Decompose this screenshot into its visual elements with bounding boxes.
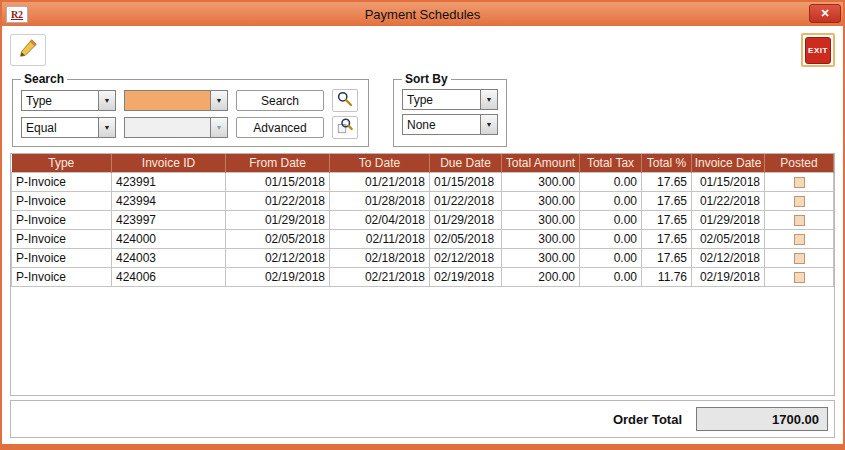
column-header-due-date[interactable]: Due Date	[430, 154, 502, 172]
cell-total-tax: 0.00	[580, 267, 642, 286]
toolbar: EXIT	[2, 26, 843, 72]
cell-posted	[765, 248, 834, 267]
posted-checkbox[interactable]	[794, 177, 805, 188]
cell-posted	[765, 229, 834, 248]
cell-invoice-id: 423994	[112, 191, 226, 210]
column-header-posted[interactable]: Posted	[765, 154, 834, 172]
cell-invoice-date: 02/19/2018	[692, 267, 765, 286]
advanced-find-button[interactable]	[332, 116, 358, 139]
cell-total: 17.65	[642, 172, 692, 191]
column-header-invoice-id[interactable]: Invoice ID	[112, 154, 226, 172]
cell-posted	[765, 191, 834, 210]
pencil-icon	[17, 37, 39, 63]
chevron-down-icon[interactable]: ▼	[480, 115, 497, 134]
cell-total-tax: 0.00	[580, 210, 642, 229]
column-header-type[interactable]: Type	[12, 154, 112, 172]
cell-total-amount: 300.00	[502, 210, 580, 229]
search-field-combo[interactable]: Type ▼	[21, 90, 116, 111]
cell-total-amount: 200.00	[502, 267, 580, 286]
column-header-total-amount[interactable]: Total Amount	[502, 154, 580, 172]
cell-invoice-date: 02/12/2018	[692, 248, 765, 267]
posted-checkbox[interactable]	[794, 234, 805, 245]
cell-due-date: 01/15/2018	[430, 172, 502, 191]
posted-checkbox[interactable]	[794, 196, 805, 207]
cell-from-date: 01/15/2018	[226, 172, 330, 191]
cell-invoice-id: 424000	[112, 229, 226, 248]
chevron-down-icon[interactable]: ▼	[210, 91, 227, 110]
cell-total: 17.65	[642, 210, 692, 229]
magnifier-icon	[336, 90, 354, 112]
cell-total-tax: 0.00	[580, 248, 642, 267]
chevron-down-icon[interactable]: ▼	[98, 91, 115, 110]
cell-total-amount: 300.00	[502, 191, 580, 210]
filter-bar: Search Type ▼ ▼ Search	[2, 72, 843, 147]
cell-due-date: 02/05/2018	[430, 229, 502, 248]
posted-checkbox[interactable]	[794, 272, 805, 283]
cell-total-amount: 300.00	[502, 248, 580, 267]
cell-from-date: 01/22/2018	[226, 191, 330, 210]
search-group-label: Search	[21, 72, 67, 86]
cell-type: P-Invoice	[12, 229, 112, 248]
cell-invoice-date: 01/15/2018	[692, 172, 765, 191]
cell-from-date: 02/05/2018	[226, 229, 330, 248]
column-header-invoice-date[interactable]: Invoice Date	[692, 154, 765, 172]
title-bar: R2 Payment Schedules ✕	[2, 2, 843, 26]
column-header-total[interactable]: Total %	[642, 154, 692, 172]
edit-button[interactable]	[10, 34, 46, 66]
cell-to-date: 01/28/2018	[330, 191, 430, 210]
advanced-button[interactable]: Advanced	[236, 117, 324, 138]
cell-from-date: 01/29/2018	[226, 210, 330, 229]
table-row[interactable]: P-Invoice42400002/05/201802/11/201802/05…	[12, 229, 834, 248]
cell-total-tax: 0.00	[580, 172, 642, 191]
cell-invoice-date: 02/05/2018	[692, 229, 765, 248]
table-row[interactable]: P-Invoice42400602/19/201802/21/201802/19…	[12, 267, 834, 286]
chevron-down-icon[interactable]: ▼	[98, 118, 115, 137]
exit-icon: EXIT	[805, 37, 831, 64]
cell-due-date: 02/12/2018	[430, 248, 502, 267]
cell-total-tax: 0.00	[580, 229, 642, 248]
posted-checkbox[interactable]	[794, 253, 805, 264]
table-body: P-Invoice42399101/15/201801/21/201801/15…	[12, 172, 834, 286]
sort-primary-combo[interactable]: Type ▼	[402, 89, 498, 110]
cell-to-date: 02/11/2018	[330, 229, 430, 248]
exit-button[interactable]: EXIT	[801, 33, 835, 67]
cell-invoice-date: 01/22/2018	[692, 191, 765, 210]
sort-secondary-combo[interactable]: None ▼	[402, 114, 498, 135]
cell-type: P-Invoice	[12, 172, 112, 191]
find-button[interactable]	[332, 89, 358, 112]
search-operator-value-combo: ▼	[124, 117, 228, 138]
cell-due-date: 02/19/2018	[430, 267, 502, 286]
cell-type: P-Invoice	[12, 191, 112, 210]
close-icon: ✕	[820, 7, 829, 20]
cell-total-amount: 300.00	[502, 172, 580, 191]
column-header-to-date[interactable]: To Date	[330, 154, 430, 172]
cell-invoice-date: 01/29/2018	[692, 210, 765, 229]
cell-to-date: 02/21/2018	[330, 267, 430, 286]
chevron-down-icon[interactable]: ▼	[480, 90, 497, 109]
search-button[interactable]: Search	[236, 90, 324, 111]
cell-from-date: 02/12/2018	[226, 248, 330, 267]
search-value-combo[interactable]: ▼	[124, 90, 228, 111]
cell-type: P-Invoice	[12, 210, 112, 229]
close-button[interactable]: ✕	[809, 4, 841, 23]
cell-due-date: 01/29/2018	[430, 210, 502, 229]
table-row[interactable]: P-Invoice42400302/12/201802/18/201802/12…	[12, 248, 834, 267]
table-row[interactable]: P-Invoice42399701/29/201802/04/201801/29…	[12, 210, 834, 229]
cell-invoice-id: 424003	[112, 248, 226, 267]
cell-posted	[765, 210, 834, 229]
cell-to-date: 01/21/2018	[330, 172, 430, 191]
schedule-table: TypeInvoice IDFrom DateTo DateDue DateTo…	[11, 154, 834, 287]
cell-type: P-Invoice	[12, 248, 112, 267]
column-header-total-tax[interactable]: Total Tax	[580, 154, 642, 172]
window-title: Payment Schedules	[2, 7, 843, 22]
order-total-label: Order Total	[613, 412, 682, 427]
sort-group-label: Sort By	[402, 72, 451, 86]
column-header-from-date[interactable]: From Date	[226, 154, 330, 172]
table-row[interactable]: P-Invoice42399401/22/201801/28/201801/22…	[12, 191, 834, 210]
posted-checkbox[interactable]	[794, 215, 805, 226]
search-operator-combo[interactable]: Equal ▼	[21, 117, 116, 138]
cell-from-date: 02/19/2018	[226, 267, 330, 286]
table-row[interactable]: P-Invoice42399101/15/201801/21/201801/15…	[12, 172, 834, 191]
cell-to-date: 02/04/2018	[330, 210, 430, 229]
cell-type: P-Invoice	[12, 267, 112, 286]
